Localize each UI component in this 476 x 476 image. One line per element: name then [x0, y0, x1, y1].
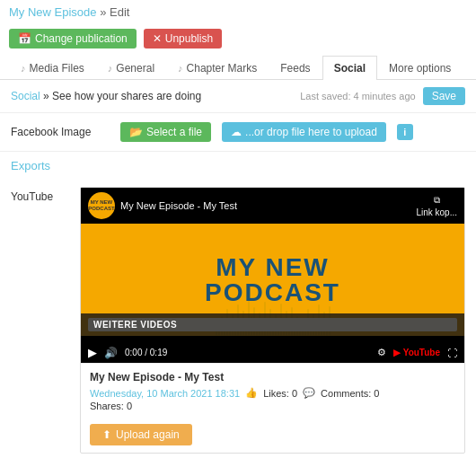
breadcrumb: My New Episode » Edit: [0, 0, 476, 24]
breadcrumb-separator: »: [100, 5, 106, 19]
copy-link-button[interactable]: ⧉ Link kop...: [416, 195, 457, 217]
unpublish-button[interactable]: ✕ Unpublish: [144, 29, 222, 48]
tab-bar: ♪ Media Files ♪ General ♪ Chapter Marks …: [0, 56, 476, 80]
copy-icon: ⧉: [434, 195, 440, 206]
video-info: My New Episode - My Test Wednesday, 10 M…: [81, 363, 464, 417]
video-date: Wednesday, 10 March 2021 18:31: [90, 388, 240, 399]
youtube-label: YouTube: [11, 187, 69, 454]
folder-icon: 📂: [129, 126, 143, 138]
change-publication-button[interactable]: 📅 Change publication: [9, 29, 137, 48]
upload-icon: ☁: [231, 126, 242, 138]
channel-logo: MY NEWPODCAST: [88, 192, 115, 219]
general-icon: ♪: [108, 63, 113, 74]
facebook-image-label: Facebook Image: [11, 126, 110, 138]
social-bar-breadcrumb: Social » See how your shares are doing: [11, 90, 201, 102]
fullscreen-button[interactable]: ⛶: [447, 348, 457, 358]
info-icon[interactable]: i: [397, 124, 413, 140]
media-files-icon: ♪: [21, 63, 26, 74]
video-controls: ▶ 🔊 0:00 / 0:19 ⚙ ▶ YouTube ⛶: [81, 342, 464, 363]
x-icon: ✕: [153, 32, 162, 45]
podcast-title-line1: MY NEW: [205, 255, 340, 280]
podcast-title-line2: PODCAST: [205, 280, 340, 305]
tab-media-files[interactable]: ♪ Media Files: [9, 56, 96, 80]
video-top-bar: MY NEWPODCAST My New Episode - My Test ⧉…: [81, 188, 464, 224]
exports-section: Exports: [0, 152, 476, 183]
video-time: 0:00 / 0:19: [125, 348, 370, 357]
breadcrumb-link[interactable]: My New Episode: [9, 5, 97, 19]
breadcrumb-current: Edit: [110, 5, 129, 19]
youtube-row: YouTube MY NEWPODCAST My New Episode - M…: [0, 183, 476, 463]
upload-again-icon: ⬆: [102, 428, 111, 441]
calendar-icon: 📅: [18, 32, 31, 45]
video-player[interactable]: MY NEWPODCAST My New Episode - My Test ⧉…: [81, 188, 464, 363]
action-buttons-bar: 📅 Change publication ✕ Unpublish: [0, 24, 476, 56]
exports-title: Exports: [11, 159, 465, 172]
tab-general[interactable]: ♪ General: [96, 56, 166, 80]
volume-button[interactable]: 🔊: [104, 347, 118, 359]
tab-social[interactable]: Social: [322, 56, 377, 80]
tab-chapter-marks[interactable]: ♪ Chapter Marks: [166, 56, 269, 80]
youtube-logo: ▶ YouTube: [393, 348, 440, 357]
upload-again-button[interactable]: ⬆ Upload again: [90, 424, 192, 445]
weitere-videos-label: WEITERE VIDEOS: [88, 318, 457, 331]
chapter-marks-icon: ♪: [178, 63, 183, 74]
podcast-title-overlay: MY NEW PODCAST: [205, 255, 340, 305]
comment-icon: 💬: [303, 387, 315, 399]
thumbs-up-icon: 👍: [245, 387, 258, 399]
video-likes: 👍 Likes: 0 💬 Comments: 0: [245, 387, 379, 399]
tab-feeds[interactable]: Feeds: [269, 56, 322, 80]
play-button[interactable]: ▶: [88, 346, 97, 359]
video-top-bar-left: MY NEWPODCAST My New Episode - My Test: [88, 192, 237, 219]
video-info-title: My New Episode - My Test: [90, 371, 455, 383]
video-title: My New Episode - My Test: [120, 200, 237, 211]
drop-file-button[interactable]: ☁ ...or drop file here to upload: [222, 122, 386, 142]
social-link[interactable]: Social: [11, 90, 40, 102]
youtube-video-container: MY NEWPODCAST My New Episode - My Test ⧉…: [80, 187, 465, 454]
tab-more-options[interactable]: More options: [377, 56, 463, 80]
social-bar: Social » See how your shares are doing L…: [0, 80, 476, 113]
weitere-videos-bar: WEITERE VIDEOS: [81, 313, 464, 336]
video-shares: Shares: 0: [90, 401, 455, 411]
select-file-button[interactable]: 📂 Select a file: [120, 122, 211, 142]
social-bar-right: Last saved: 4 minutes ago Save: [300, 87, 465, 105]
save-button[interactable]: Save: [423, 87, 465, 105]
facebook-image-row: Facebook Image 📂 Select a file ☁ ...or d…: [0, 113, 476, 151]
settings-button[interactable]: ⚙: [377, 347, 386, 358]
last-saved-text: Last saved: 4 minutes ago: [300, 91, 415, 101]
